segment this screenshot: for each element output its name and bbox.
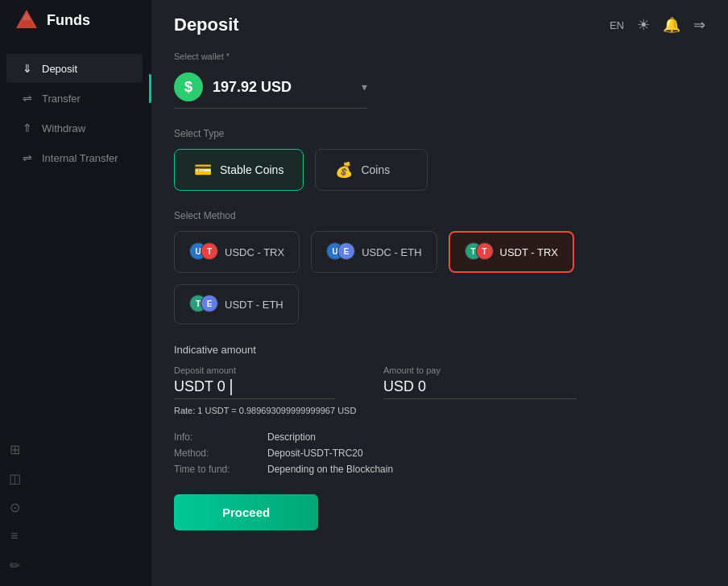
sidebar-item-internal-transfer-label: Internal Transfer <box>42 152 118 164</box>
stable-coins-icon: 💳 <box>194 161 212 179</box>
type-section: Select Type 💳 Stable Coins 💰 Coins <box>174 128 705 191</box>
coins-icon: 💰 <box>335 161 353 179</box>
notification-icon[interactable]: 🔔 <box>663 16 680 34</box>
method-card-usdt-trx-label: USDT - TRX <box>500 246 558 258</box>
info-section: Info: Description Method: Deposit-USDT-T… <box>174 431 705 475</box>
rate-label: Rate: <box>174 406 195 415</box>
method-options: U T USDC - TRX U E USDC - ETH T <box>174 231 705 273</box>
method-card-usdc-trx-label: USDC - TRX <box>225 246 284 258</box>
topbar: Deposit EN ☀ 🔔 ⇒ <box>151 0 728 43</box>
sidebar-item-transfer[interactable]: ⇌ Transfer <box>6 84 143 113</box>
proceed-button[interactable]: Proceed <box>174 494 318 530</box>
brush-icon[interactable]: ✏ <box>0 551 29 580</box>
layers-icon[interactable]: ◫ <box>0 464 29 493</box>
eth-coin-icon: E <box>337 242 355 260</box>
type-card-coins[interactable]: 💰 Coins <box>315 149 428 191</box>
deposit-amount-value: USDT 0 <box>174 378 225 395</box>
info-row-description: Info: Description <box>174 431 705 443</box>
method-card-usdc-eth-label: USDC - ETH <box>362 246 421 258</box>
wallet-dropdown-arrow: ▾ <box>362 80 367 93</box>
sidebar-item-deposit-label: Deposit <box>42 63 77 75</box>
amount-to-pay-value: USD 0 <box>383 378 426 395</box>
sidebar-logo: Funds <box>0 0 149 47</box>
rate-text: Rate: 1 USDT = 0.989693099999999967 USD <box>174 406 705 415</box>
wallet-section: Select wallet * $ 197.92 USD ▾ <box>174 52 705 109</box>
sidebar-bottom-icons: ⊞ ◫ ⊙ ≡ ✏ <box>0 428 149 586</box>
amount-row: Deposit amount USDT 0 Amount to pay USD … <box>174 365 705 399</box>
method-card-usdt-eth-label: USDT - ETH <box>225 299 283 311</box>
info-val-1: Deposit-USDT-TRC20 <box>267 448 363 459</box>
logout-icon[interactable]: ⇒ <box>693 16 705 34</box>
amount-to-pay-label: Amount to pay <box>383 365 577 375</box>
type-card-stable-coins[interactable]: 💳 Stable Coins <box>174 149 304 191</box>
info-val-0: Description <box>267 431 316 443</box>
usdt-trx-coin2-icon: T <box>476 242 494 260</box>
method-card-usdt-trx[interactable]: T T USDT - TRX <box>449 231 574 273</box>
info-val-2: Depending on the Blockchain <box>267 464 393 475</box>
list-icon[interactable]: ≡ <box>0 522 29 551</box>
deposit-amount-input[interactable]: USDT 0 <box>174 378 335 399</box>
withdraw-icon: ⇑ <box>21 122 34 134</box>
language-selector[interactable]: EN <box>610 19 624 31</box>
sidebar-nav: ⇓ Deposit ⇌ Transfer ⇑ Withdraw ⇌ Intern… <box>0 47 149 180</box>
amount-to-pay-input[interactable]: USD 0 <box>383 378 577 399</box>
info-key-1: Method: <box>174 448 254 459</box>
deposit-amount-field: Deposit amount USDT 0 <box>174 365 335 399</box>
method-card-usdc-eth[interactable]: U E USDC - ETH <box>311 231 436 273</box>
trx-coin-icon: T <box>201 242 218 260</box>
usdt-eth-coin2-icon: E <box>201 295 218 312</box>
info-row-time: Time to fund: Depending on the Blockchai… <box>174 464 705 475</box>
deposit-icon: ⇓ <box>21 62 34 75</box>
deposit-amount-label: Deposit amount <box>174 365 335 375</box>
type-section-label: Select Type <box>174 128 705 139</box>
theme-toggle-icon[interactable]: ☀ <box>637 16 650 34</box>
usdt-eth-icons: T E <box>189 295 218 314</box>
info-key-2: Time to fund: <box>174 464 254 475</box>
sidebar-title: Funds <box>47 12 90 29</box>
usdt-trx-icons: T T <box>465 242 494 262</box>
user-icon[interactable]: ⊙ <box>0 493 29 522</box>
app-logo <box>14 8 39 32</box>
rate-value: 1 USDT = 0.989693099999999967 USD <box>197 406 356 415</box>
type-card-coins-label: Coins <box>361 163 390 176</box>
info-row-method: Method: Deposit-USDT-TRC20 <box>174 448 705 459</box>
sidebar-item-deposit[interactable]: ⇓ Deposit <box>6 54 143 83</box>
internal-transfer-icon: ⇌ <box>21 151 34 164</box>
wallet-dropdown[interactable]: $ 197.92 USD ▾ <box>174 66 367 109</box>
sidebar-item-withdraw[interactable]: ⇑ Withdraw <box>6 113 143 142</box>
method-section: Select Method U T USDC - TRX U E U <box>174 210 705 324</box>
method-options-row2: T E USDT - ETH <box>174 284 705 324</box>
grid-icon[interactable]: ⊞ <box>0 435 29 464</box>
indicative-section: Indicative amount Deposit amount USDT 0 … <box>174 344 705 415</box>
page-title: Deposit <box>174 14 239 35</box>
wallet-label: Select wallet * <box>174 52 705 61</box>
wallet-icon: $ <box>174 72 203 101</box>
transfer-icon: ⇌ <box>21 92 34 105</box>
sidebar-item-withdraw-label: Withdraw <box>42 122 85 134</box>
type-card-stable-coins-label: Stable Coins <box>220 163 283 176</box>
active-indicator <box>149 74 151 103</box>
usdc-eth-icons: U E <box>326 242 355 262</box>
amount-to-pay-field: Amount to pay USD 0 <box>383 365 577 399</box>
method-card-usdt-eth[interactable]: T E USDT - ETH <box>174 284 299 324</box>
content-area: Select wallet * $ 197.92 USD ▾ Select Ty… <box>151 43 728 586</box>
text-cursor <box>230 379 232 395</box>
main-panel: Deposit EN ☀ 🔔 ⇒ Select wallet * $ 197.9… <box>151 0 728 586</box>
info-key-0: Info: <box>174 431 254 443</box>
sidebar: Funds ⇓ Deposit ⇌ Transfer ⇑ Withdraw ⇌ … <box>0 0 149 586</box>
method-section-label: Select Method <box>174 210 705 221</box>
indicative-title: Indicative amount <box>174 344 705 356</box>
active-bar <box>149 0 151 586</box>
usdc-trx-icons: U T <box>189 242 218 262</box>
wallet-amount: 197.92 USD <box>213 79 352 96</box>
topbar-actions: EN ☀ 🔔 ⇒ <box>610 16 705 34</box>
sidebar-item-transfer-label: Transfer <box>42 93 81 105</box>
method-card-usdc-trx[interactable]: U T USDC - TRX <box>174 231 300 273</box>
sidebar-item-internal-transfer[interactable]: ⇌ Internal Transfer <box>6 143 143 172</box>
type-options: 💳 Stable Coins 💰 Coins <box>174 149 705 191</box>
